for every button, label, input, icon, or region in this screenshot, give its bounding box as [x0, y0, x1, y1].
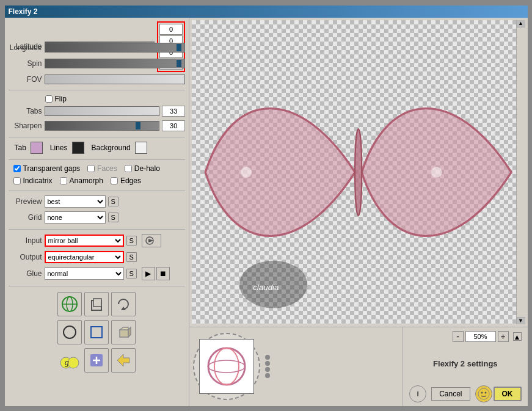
cube-icon — [115, 324, 132, 341]
bottom-left-area — [189, 327, 403, 406]
anamorph-checkbox[interactable] — [60, 177, 67, 184]
ok-button[interactable]: OK — [494, 387, 522, 401]
inner-preview — [199, 339, 254, 394]
scroll-down[interactable]: ▼ — [517, 317, 525, 324]
input-select[interactable]: mirror ball equirectangular — [45, 235, 124, 247]
preview-select[interactable]: best good fast — [45, 195, 106, 208]
output-s-button[interactable]: S — [126, 252, 137, 262]
glue-s-button[interactable]: S — [126, 269, 137, 278]
svg-point-29 — [484, 391, 486, 393]
tabs-input[interactable] — [162, 106, 185, 117]
color-row: Tab Lines Background — [15, 142, 186, 154]
fov-label: FOV — [9, 75, 42, 84]
grid-row: Grid none lines dots S — [9, 211, 186, 224]
output-row: Output equirectangular mirror ball S — [9, 251, 186, 263]
grid-select[interactable]: none lines dots — [45, 211, 106, 224]
dots-col — [265, 355, 270, 378]
info-icon-btn[interactable]: i — [409, 385, 426, 402]
svg-text:g: g — [65, 358, 69, 367]
input-play-btn[interactable] — [142, 234, 161, 247]
zoom-out-btn[interactable]: - — [453, 331, 464, 342]
faces-label: Faces — [97, 164, 117, 173]
indicatrix-checkbox[interactable] — [13, 177, 21, 184]
preview-row: Preview best good fast S — [9, 195, 186, 208]
preview-s-button[interactable]: S — [108, 197, 118, 206]
svg-point-20 — [241, 167, 252, 178]
bg-color-button[interactable] — [135, 142, 147, 154]
icon-btn-plus[interactable] — [84, 348, 109, 373]
de-halo-checkbox[interactable] — [125, 165, 132, 172]
longitude-slider[interactable] — [45, 43, 186, 53]
sharpen-label: Sharpen — [9, 122, 42, 130]
cancel-button[interactable]: Cancel — [431, 387, 470, 401]
preview-viewport: claudia ▲ ▼ — [192, 20, 525, 324]
tabs-row: Tabs — [9, 106, 186, 117]
zoom-in-btn[interactable]: + — [498, 331, 509, 342]
input-s-button[interactable]: S — [126, 236, 137, 246]
grid-s-button[interactable]: S — [108, 213, 118, 222]
sharpen-row: Sharpen — [9, 120, 186, 131]
main-window: Flexify 2 Latitude Longitude — [4, 4, 529, 407]
scroll-up[interactable]: ▲ — [517, 20, 525, 27]
longitude-label: Longitude — [9, 43, 42, 52]
zoom-row: - 50% + ▲ — [453, 331, 522, 342]
latitude-input[interactable] — [159, 24, 183, 35]
svg-point-25 — [214, 348, 239, 385]
svg-point-28 — [481, 391, 483, 393]
main-preview-area: claudia — [192, 20, 525, 324]
svg-rect-9 — [91, 327, 102, 338]
preview-label: Preview — [9, 197, 42, 206]
svg-marker-12 — [128, 327, 131, 337]
settings-area: Flexify 2 settings — [409, 359, 521, 368]
arrow-icon — [115, 352, 132, 369]
sharpen-input[interactable] — [162, 120, 185, 131]
window-title: Flexify 2 — [9, 7, 38, 16]
svg-point-14 — [68, 357, 79, 368]
icon-btn-1[interactable] — [57, 292, 82, 316]
svg-point-27 — [478, 388, 489, 399]
lines-color-button[interactable] — [72, 142, 84, 154]
edges-checkbox[interactable] — [111, 177, 118, 184]
svg-marker-11 — [120, 327, 128, 330]
anamorph-check: Anamorph — [60, 176, 103, 185]
glue-row: Glue normal blend seam S ▶ ⏹ — [9, 267, 186, 280]
indicatrix-check: Indicatrix — [13, 176, 53, 185]
sharpen-slider[interactable] — [45, 121, 160, 131]
transparent-gaps-checkbox[interactable] — [13, 165, 21, 172]
icon-btn-3[interactable] — [111, 292, 136, 316]
left-panel: Latitude Longitude Spi — [5, 18, 190, 406]
zoom-display: 50% — [465, 331, 496, 342]
square-icon — [88, 324, 105, 341]
icon-btn-4[interactable] — [57, 320, 82, 344]
glue-select[interactable]: normal blend seam — [45, 267, 124, 280]
zoom-scroll-btn[interactable]: ▲ — [513, 332, 522, 341]
ok-cancel-row: i Cancel — [409, 385, 521, 402]
gimp-logo-btn[interactable]: g — [57, 348, 82, 373]
tab-color-button[interactable] — [31, 142, 43, 154]
face-icon — [477, 387, 490, 401]
input-row: Input mirror ball equirectangular S — [9, 234, 186, 247]
glue-play-btn[interactable]: ▶ — [142, 267, 155, 280]
icon-btn-2[interactable] — [84, 292, 109, 316]
de-halo-label: De-halo — [134, 164, 160, 173]
flip-checkbox[interactable] — [45, 95, 53, 103]
lines-label: Lines — [50, 144, 68, 152]
svg-rect-6 — [93, 299, 101, 307]
inner-preview-svg — [202, 342, 251, 391]
icon-btn-7[interactable] — [111, 348, 136, 373]
svg-text:claudia: claudia — [253, 282, 279, 291]
icon-btn-5[interactable] — [84, 320, 109, 344]
spin-slider[interactable] — [45, 59, 186, 68]
flip-row: Flip — [45, 95, 186, 103]
output-select[interactable]: equirectangular mirror ball — [45, 251, 124, 263]
glue-stop-btn[interactable]: ⏹ — [156, 267, 170, 280]
fov-slider[interactable] — [45, 75, 186, 84]
checkbox-row2: Indicatrix Anamorph Edges — [13, 176, 186, 185]
gimp-icon: g — [60, 351, 79, 370]
flexify-settings-label: Flexify 2 settings — [433, 359, 497, 368]
icon-btn-6[interactable] — [111, 320, 136, 344]
tabs-slider[interactable] — [45, 106, 160, 116]
vertical-scrollbar[interactable]: ▲ ▼ — [516, 20, 525, 324]
faces-checkbox[interactable] — [87, 165, 95, 172]
ok-icon — [475, 385, 492, 402]
